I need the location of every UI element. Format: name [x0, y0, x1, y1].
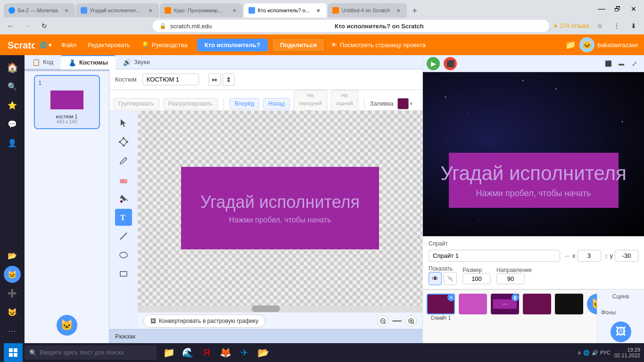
rect-tool[interactable]: [115, 265, 132, 282]
tab3-close[interactable]: ✕: [231, 7, 238, 14]
sidebar-message[interactable]: 💬: [4, 115, 21, 132]
sidebar-search[interactable]: 🔍: [4, 78, 21, 95]
back-button[interactable]: ←: [4, 19, 17, 33]
taskbar-clock[interactable]: 19:29 02.11.2022: [614, 347, 640, 358]
taskbar-files[interactable]: 📂: [255, 344, 272, 361]
flip-horizontal-button[interactable]: ⇔: [208, 74, 221, 86]
add-sprite-button[interactable]: 🐱: [587, 294, 597, 314]
sidebar-projects[interactable]: 📂: [4, 247, 21, 264]
browser-tab-2[interactable]: Угадай исполнителя Б... ✕: [76, 3, 159, 17]
bookmark-button[interactable]: ☆: [593, 19, 606, 33]
x-coord-input[interactable]: [578, 250, 601, 262]
sprite-item-5[interactable]: [555, 294, 583, 315]
taskbar-telegram[interactable]: ✈: [236, 344, 253, 361]
canvas-scroll-thumb[interactable]: [252, 305, 280, 312]
tab2-close[interactable]: ✕: [147, 7, 154, 14]
tab5-close[interactable]: ✕: [395, 7, 402, 14]
sprite-item-4[interactable]: [523, 294, 551, 315]
zoom-out-button[interactable]: [377, 315, 388, 327]
convert-button[interactable]: 🖼 Конвертировать в растровую графику: [143, 314, 265, 328]
hide-button[interactable]: [444, 272, 457, 285]
sprite-delete-3[interactable]: 🗑: [512, 294, 519, 301]
sidebar-star[interactable]: ⭐: [4, 97, 21, 114]
sidebar-add[interactable]: ➕: [4, 285, 21, 302]
size-input[interactable]: [462, 273, 491, 284]
ungroup-button[interactable]: Разгруппировать: [163, 98, 218, 109]
browser-tab-4[interactable]: Кто исполнитель? о... ✕: [244, 3, 327, 17]
costume-list-scroll[interactable]: 1 костюм 1 443 x 145: [25, 71, 109, 307]
direction-input[interactable]: [496, 273, 525, 284]
normal-stage-button[interactable]: ▬: [616, 58, 627, 69]
forward-button[interactable]: →: [21, 19, 34, 33]
stop-button[interactable]: ⬛: [444, 57, 457, 70]
user-profile[interactable]: 🐱 bakalawrazawr: [579, 37, 638, 52]
view-page-button[interactable]: 👁 Посмотреть страницу проекта: [325, 34, 431, 55]
browser-tab-1[interactable]: Би-2 — Молитва ✕: [4, 3, 75, 17]
taskbar-explorer[interactable]: 📁: [160, 344, 177, 361]
tab-sounds[interactable]: 🔊 Звуки: [116, 55, 157, 69]
download-button[interactable]: ⬇: [627, 19, 640, 33]
taskbar-edge[interactable]: 🌊: [179, 344, 196, 361]
group-button[interactable]: Группировать: [113, 98, 159, 109]
taskbar-search-box[interactable]: 🔍: [25, 346, 157, 360]
text-tool[interactable]: T: [115, 209, 132, 226]
fill-chevron[interactable]: ▾: [410, 100, 413, 107]
sprite-name-input[interactable]: [429, 250, 560, 262]
tray-chevron[interactable]: ∧: [578, 350, 581, 356]
sidebar-home[interactable]: 🏠: [4, 59, 21, 76]
sidebar-profile[interactable]: 👤: [4, 134, 21, 151]
small-stage-button[interactable]: ⬛: [603, 58, 614, 69]
language-selector[interactable]: 🌐 ▾: [36, 41, 56, 49]
ellipse-tool[interactable]: [115, 247, 132, 263]
settings-button[interactable]: ⋮: [610, 19, 623, 33]
costume-thumb-1[interactable]: 1 костюм 1 443 x 145: [34, 75, 100, 129]
close-button[interactable]: ✕: [627, 2, 640, 16]
reshape-tool[interactable]: [115, 133, 132, 150]
sprite-delete-1[interactable]: ✕: [447, 294, 455, 301]
edit-menu[interactable]: Редактировать: [82, 34, 136, 55]
green-flag-button[interactable]: ▶: [427, 57, 440, 70]
star-rating[interactable]: ★ 274 отзыва: [553, 23, 589, 29]
minimize-button[interactable]: —: [595, 2, 608, 16]
taskbar-yandex-browser[interactable]: 🦊: [217, 344, 234, 361]
file-menu[interactable]: Файл: [56, 34, 82, 55]
browser-tab-3[interactable]: Курс: Программирова... ✕: [160, 3, 243, 17]
project-name[interactable]: Кто исполнитель?: [197, 39, 268, 51]
show-button[interactable]: 👁: [429, 272, 442, 285]
sprite-item-2[interactable]: [459, 294, 487, 315]
canvas-background[interactable]: Угадай исполнителя Нажми пробел, чтобы н…: [138, 111, 422, 305]
add-costume-button[interactable]: 🐱: [57, 315, 77, 336]
scratch-logo[interactable]: Scratch: [6, 37, 36, 52]
address-input[interactable]: 🔒 scratch.mit.edu Кто исполнитель? on Sc…: [153, 20, 549, 32]
restore-button[interactable]: 🗗: [611, 2, 624, 16]
taskbar-yandex[interactable]: Я: [198, 344, 215, 361]
fullscreen-button[interactable]: ⤢: [629, 58, 640, 69]
tab-costumes[interactable]: 👗 Костюмы: [61, 55, 116, 69]
tab1-close[interactable]: ✕: [63, 7, 70, 14]
eraser-tool[interactable]: [115, 171, 132, 188]
tab4-close[interactable]: ✕: [314, 7, 322, 14]
fill-tool[interactable]: [115, 190, 132, 207]
guides-menu[interactable]: 💡 Руководства: [136, 34, 193, 55]
brush-tool[interactable]: [115, 152, 132, 169]
y-coord-input[interactable]: [615, 250, 638, 262]
taskbar-search-input[interactable]: [40, 349, 152, 356]
fill-color-box[interactable]: [397, 98, 409, 109]
share-button[interactable]: Поделиться: [272, 38, 325, 52]
costume-name-input[interactable]: [142, 74, 199, 85]
forward-button-tool[interactable]: Вперёд: [230, 98, 260, 109]
select-tool[interactable]: [115, 115, 132, 132]
refresh-button[interactable]: ↻: [38, 19, 51, 33]
zoom-in-button[interactable]: [405, 315, 417, 327]
sidebar-cat[interactable]: 🐱: [4, 266, 21, 283]
flip-vertical-button[interactable]: ⇕: [223, 74, 235, 86]
backward-button-tool[interactable]: Назад: [263, 98, 289, 109]
tab-code[interactable]: 📋 Код: [25, 55, 61, 69]
start-button[interactable]: [4, 343, 23, 362]
sprite-item-3[interactable]: 🗑 текст: [491, 294, 519, 315]
folder-icon[interactable]: 📁: [565, 40, 576, 50]
sprite-item-1[interactable]: ✕ Спрайт 1: [427, 294, 455, 321]
canvas-scroll[interactable]: [138, 305, 422, 312]
backpack-bar[interactable]: Рюкзак: [109, 329, 422, 343]
browser-tab-5[interactable]: Untitled-4 on Scratch ✕: [328, 3, 407, 17]
